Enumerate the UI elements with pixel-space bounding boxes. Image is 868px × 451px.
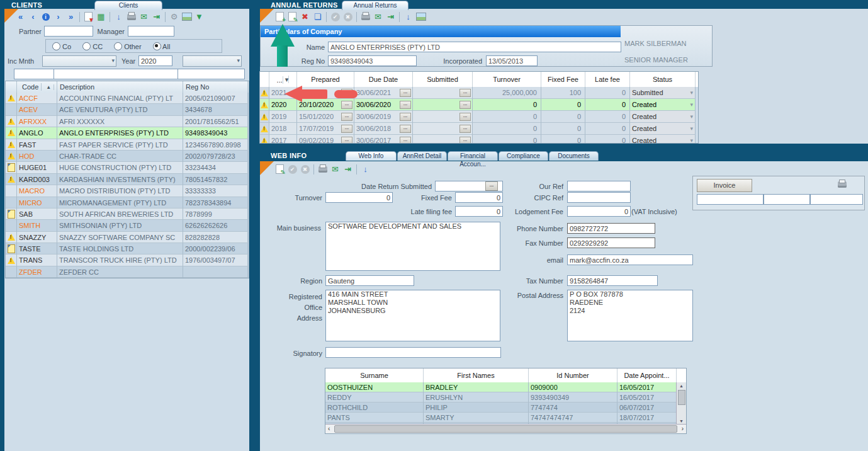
ellipsis-button[interactable]: ... xyxy=(341,137,352,144)
header-prepared[interactable]: Prepared xyxy=(297,72,354,87)
copy-return-icon[interactable]: ❏ xyxy=(312,11,323,22)
fixed-fee-cell[interactable]: 0 xyxy=(541,123,585,135)
code-filter-input[interactable] xyxy=(14,69,56,79)
table-row[interactable]: ZFDERZEFDER CC xyxy=(6,266,249,278)
fixed-fee-cell[interactable]: 0 xyxy=(541,99,585,111)
header-due-date[interactable]: Due Date xyxy=(354,72,413,87)
year-input[interactable] xyxy=(138,55,172,66)
status-dropdown[interactable]: Created▾ xyxy=(630,135,696,144)
last-record-button[interactable]: » xyxy=(65,11,76,22)
region-input[interactable] xyxy=(325,275,414,286)
partner-input[interactable] xyxy=(44,26,93,37)
edit-return-icon[interactable]: ✎ xyxy=(287,11,298,22)
registered-office-textarea[interactable]: 416 MAIN STREET MARSHALL TOWN JOHANNESBU… xyxy=(325,290,500,341)
prepared-cell[interactable]: 17/07/2019... xyxy=(297,123,354,135)
turnover-cell[interactable]: 0 xyxy=(473,135,541,144)
header-regno[interactable]: Reg No xyxy=(183,81,248,93)
ellipsis-button[interactable]: ... xyxy=(400,137,411,144)
fixed-fee-cell[interactable]: 0 xyxy=(541,111,585,123)
header-turnover[interactable]: Turnover xyxy=(473,72,541,87)
ellipsis-button[interactable]: ... xyxy=(400,101,411,109)
fax-number-input[interactable] xyxy=(567,237,655,248)
table-row[interactable]: TASTETASTE HOLDINGS LTD2000/002239/06 xyxy=(6,243,249,254)
sort-transfer-icon[interactable]: ↓ xyxy=(113,11,124,22)
table-row[interactable]: ACCFACCOUNTING FINANCIAL (PTY) LT2005/02… xyxy=(6,93,249,104)
download-icon[interactable]: ▼ xyxy=(194,11,205,22)
status-dropdown[interactable]: Created▾ xyxy=(630,123,696,135)
regno-filter-input[interactable] xyxy=(178,69,245,79)
turnover-cell[interactable]: 0 xyxy=(473,99,541,111)
header-first-names[interactable]: First Names xyxy=(424,368,529,382)
header-code[interactable]: Code ▲ xyxy=(17,81,57,93)
fixed-fee-cell[interactable]: 0 xyxy=(541,135,585,144)
tab-financial-accounting[interactable]: Financial Accoun... xyxy=(448,151,498,161)
ellipsis-button[interactable]: ... xyxy=(400,89,411,97)
scroll-left-icon[interactable]: ‹ xyxy=(325,425,332,433)
table-row[interactable]: SABSOUTH AFRICAN BREWERIES LTD7878999 xyxy=(6,208,249,220)
status-dropdown[interactable]: Submitted▾ xyxy=(630,87,696,99)
submitted-cell[interactable]: ... xyxy=(413,87,473,99)
invoice-field-3[interactable] xyxy=(810,194,863,205)
send-receive-mail-icon[interactable]: ✉ xyxy=(330,164,341,174)
ellipsis-button[interactable]: ... xyxy=(459,89,471,97)
due-date-cell[interactable]: 30/06/2020... xyxy=(354,99,413,111)
tab-documents[interactable]: Documents xyxy=(549,151,599,161)
table-row[interactable]: HUGE01HUGE CONSTRUCTION (PTY) LTD3323443… xyxy=(6,162,249,173)
return-row[interactable]: 2017 09/02/2019... 30/06/2017... ... 0 0… xyxy=(260,135,698,144)
record-info-icon[interactable]: i xyxy=(40,11,51,22)
main-business-textarea[interactable]: SOFTWARE DEVELOPMENT AND SALES xyxy=(325,222,500,271)
scroll-thumb[interactable] xyxy=(678,390,685,405)
radio-all[interactable]: All xyxy=(153,42,171,50)
annual-returns-header[interactable]: ... ▾ Prepared Due Date Submitted Turnov… xyxy=(260,72,698,87)
ellipsis-button[interactable]: ... xyxy=(459,113,471,121)
ellipsis-button[interactable]: ... xyxy=(459,101,471,109)
table-row[interactable]: KARD003KARDASHIAN INVESTMENTS (PTY)78051… xyxy=(6,174,249,185)
header-id-number[interactable]: Id Number xyxy=(529,368,617,382)
submitted-cell[interactable]: ... xyxy=(413,123,473,135)
submitted-cell[interactable]: ... xyxy=(413,135,473,144)
late-fee-cell[interactable]: 0 xyxy=(585,123,630,135)
month-select[interactable]: ▾ xyxy=(183,55,242,67)
table-row[interactable]: MICROMICROMANAGEMENT (PTY) LTD7823783438… xyxy=(6,197,249,208)
director-row[interactable]: PANTSSMARTY7474747474718/07/2017 xyxy=(325,413,686,423)
scroll-up-icon[interactable]: ▲ xyxy=(677,384,686,388)
ellipsis-button[interactable]: ... xyxy=(341,113,352,121)
tab-clients[interactable]: Clients xyxy=(94,1,162,10)
invoice-field-1[interactable] xyxy=(697,194,764,205)
manager-input[interactable] xyxy=(128,26,174,37)
inc-mnth-select[interactable]: ▾ xyxy=(42,55,116,67)
scroll-right-icon[interactable]: › xyxy=(679,425,686,433)
header-surname[interactable]: Surname xyxy=(325,368,424,382)
prepared-cell[interactable]: 15/01/2020... xyxy=(297,111,354,123)
print-icon[interactable] xyxy=(126,11,137,22)
image-viewer-icon[interactable] xyxy=(415,11,426,22)
horizontal-scrollbar[interactable]: ‹ › xyxy=(325,424,686,433)
phone-number-input[interactable] xyxy=(567,223,655,234)
submitted-cell[interactable]: ... xyxy=(413,111,473,123)
edit-webinfo-icon[interactable]: ✎ xyxy=(274,164,285,174)
print-icon[interactable] xyxy=(360,11,371,22)
return-row-selected[interactable]: 2020 20/10/2020... 30/06/2020... ... 0 0… xyxy=(260,99,698,111)
cipc-ref-input[interactable] xyxy=(567,192,631,203)
company-regno-input[interactable] xyxy=(328,55,417,66)
due-date-cell[interactable]: 30/06/2018... xyxy=(354,123,413,135)
table-row[interactable]: AFRXXXAFRI XXXXXX2001/7816562/51 xyxy=(6,116,249,127)
radio-other[interactable]: Other xyxy=(114,42,142,50)
due-date-cell[interactable]: 30/06/2021... xyxy=(354,87,413,99)
late-fee-cell[interactable]: 0 xyxy=(585,135,630,144)
ellipsis-button[interactable]: ... xyxy=(459,137,471,144)
signatory-input[interactable] xyxy=(325,347,501,358)
prepared-cell[interactable]: 20/10/2020... xyxy=(297,99,354,111)
tax-number-input[interactable] xyxy=(567,275,658,286)
export-data-icon[interactable]: ⇥ xyxy=(385,11,396,22)
incorporated-input[interactable] xyxy=(486,55,538,66)
import-report-icon[interactable]: ▼ xyxy=(83,11,94,22)
tab-compliance[interactable]: Compliance xyxy=(499,151,548,161)
return-row[interactable]: 2018 17/07/2019... 30/06/2018... ... 0 0… xyxy=(260,123,698,135)
turnover-cell[interactable]: 0 xyxy=(473,111,541,123)
header-status[interactable]: Status xyxy=(630,72,696,87)
sort-transfer-icon[interactable]: ↓ xyxy=(360,164,371,174)
table-row[interactable]: FASTFAST PAPER SERVICE (PTY) LTD12345678… xyxy=(6,139,249,151)
header-late-fee[interactable]: Late fee xyxy=(585,72,630,87)
directors-table-header[interactable]: Surname First Names Id Number Date Appoi… xyxy=(325,368,686,382)
